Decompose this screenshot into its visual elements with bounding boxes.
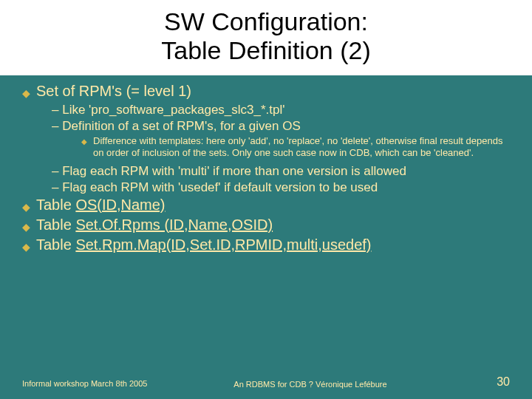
bullet-table-os: ◆ Table OS(ID,Name) <box>22 197 510 214</box>
bullet-text: Table Set.Rpm.Map(ID,Set.ID,RPMID,multi,… <box>36 236 371 253</box>
title-line-1: SW Configuration: <box>0 7 532 36</box>
title-line-2: Table Definition (2) <box>0 36 532 65</box>
bullet-text: Set of RPM's (= level 1) <box>36 83 191 100</box>
bullet-table-setofrpms: ◆ Table Set.Of.Rpms (ID,Name,OSID) <box>22 216 510 233</box>
bullet-flag-usedef: – Flag each RPM with 'usedef' if default… <box>52 180 510 195</box>
page-number: 30 <box>466 375 510 389</box>
diamond-icon: ◆ <box>22 201 30 213</box>
diamond-icon: ◆ <box>22 241 30 253</box>
diamond-icon: ◆ <box>22 87 30 99</box>
footer-date: Informal workshop March 8th 2005 <box>22 379 155 389</box>
bullet-text: Difference with templates: here only 'ad… <box>93 135 510 160</box>
bullet-text: Table Set.Of.Rpms (ID,Name,OSID) <box>36 216 273 233</box>
bullet-difference-templates: ◆ Difference with templates: here only '… <box>81 135 510 160</box>
footer-author: An RDBMS for CDB ? Véronique Lefébure <box>155 380 466 389</box>
diamond-icon: ◆ <box>81 137 87 147</box>
slide-body: ◆ Set of RPM's (= level 1) – Like 'pro_s… <box>0 75 532 253</box>
bullet-set-of-rpms: ◆ Set of RPM's (= level 1) <box>22 83 510 100</box>
slide-title: SW Configuration: Table Definition (2) <box>0 0 532 75</box>
bullet-flag-multi: – Flag each RPM with 'multi' if more tha… <box>52 164 510 179</box>
diamond-icon: ◆ <box>22 221 30 233</box>
bullet-text: Table OS(ID,Name) <box>36 197 166 214</box>
bullet-definition-set: – Definition of a set of RPM's, for a gi… <box>52 119 510 134</box>
slide-footer: Informal workshop March 8th 2005 An RDBM… <box>0 375 532 389</box>
bullet-like-template: – Like 'pro_software_packages_slc3_*.tpl… <box>52 103 510 117</box>
bullet-table-setrpmmap: ◆ Table Set.Rpm.Map(ID,Set.ID,RPMID,mult… <box>22 236 510 253</box>
